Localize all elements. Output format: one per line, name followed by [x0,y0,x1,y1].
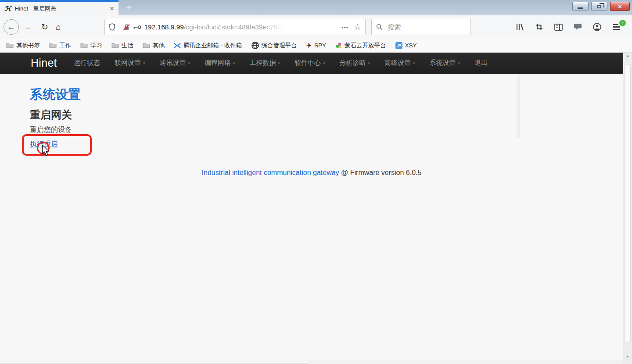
globe-icon [251,42,259,49]
site-nav-items: 运行状态 联网设置▾ 通讯设置▾ 编程网络▾ 工控数据▾ 软件中心▾ 分析诊断▾… [74,59,488,67]
menu-icon-bar [613,26,620,28]
bookmark-ezviz-platform[interactable]: 萤石云开放平台 [335,42,386,50]
menu-icon [613,24,618,25]
menu-button[interactable]: ↑ [613,22,623,32]
browser-tab[interactable]: ℋ Hinet - 重启网关 × [0,0,118,15]
folder-icon [111,43,119,48]
urlbar-separator [119,22,119,32]
reload-button[interactable]: ↻ [41,23,48,31]
tracking-shield-icon[interactable] [109,23,115,31]
toolbar-icon-group [515,22,602,32]
address-bar[interactable]: 192.168.9.99/cgi-bin/luci/;stok=489fe39e… [104,19,366,35]
ezviz-icon [335,42,342,49]
content-divider [517,75,520,138]
page-footer: Industrial intelligent communication gat… [0,169,623,177]
nav-item-label: 软件中心 [294,59,321,67]
folder-icon [49,43,57,48]
account-person-icon [593,23,601,31]
navigation-toolbar: ← → ↻ ⌂ 192.168.9.99/cgi-bin/luci/;stok=… [0,15,632,39]
bookmark-management-platform[interactable]: 综合管理平台 [251,42,297,50]
bookmark-tencent-mail[interactable]: 腾讯企业邮箱 - 收件箱 [174,42,242,50]
page-actions-icon[interactable]: ••• [341,25,348,30]
bookmark-folder-life[interactable]: 生活 [111,42,133,50]
vertical-scrollbar[interactable]: ▲ ▼ [623,53,632,364]
nav-item-running-status[interactable]: 运行状态 [74,59,100,67]
scroll-down-icon[interactable]: ▼ [623,353,632,360]
bookmark-label: 其他书签 [16,42,40,50]
search-icon [376,24,383,30]
chat-bubble-icon [574,23,582,31]
bookmark-label: 萤石云开放平台 [345,42,386,50]
insecure-lock-icon[interactable] [123,24,130,31]
new-tab-button[interactable]: + [121,2,137,15]
nav-item-logout[interactable]: 退出 [474,59,488,67]
nav-item-software-center[interactable]: 软件中心▾ [294,59,325,67]
minimize-button[interactable] [572,2,589,11]
bookmark-folder-study[interactable]: 学习 [80,42,102,50]
nav-item-system-settings[interactable]: 系统设置▾ [430,59,460,67]
bookmark-star-icon[interactable]: ☆ [354,22,361,32]
chat-extension-button[interactable] [573,22,582,32]
nav-item-label: 高级设置 [384,59,411,67]
chevron-down-icon: ▾ [413,61,415,65]
nav-item-label: 工控数据 [249,59,276,67]
horizontal-scrollbar[interactable] [0,360,623,364]
bookmark-spy[interactable]: ✈ SPY [306,42,327,50]
library-button[interactable] [515,22,524,32]
nav-item-analysis-diagnosis[interactable]: 分析诊断▾ [340,59,370,67]
chevron-down-icon: ▾ [143,61,145,65]
nav-item-comm-settings[interactable]: 通讯设置▾ [159,59,190,67]
page-content: Hinet 运行状态 联网设置▾ 通讯设置▾ 编程网络▾ 工控数据▾ 软件中心▾… [0,53,632,364]
bookmark-folder-other-bookmarks[interactable]: 其他书签 [6,42,40,50]
footer-firmware-version: @ Firmware version 6.0.5 [339,169,422,176]
home-button[interactable]: ⌂ [56,23,61,31]
blue-arrow-square-icon [395,42,402,49]
bookmark-xsy[interactable]: XSY [395,42,417,49]
restore-button[interactable] [591,2,607,11]
sidebar-icon [554,24,563,31]
bookmark-folder-work[interactable]: 工作 [49,42,71,50]
login-key-icon[interactable] [133,25,141,29]
bookmarks-toolbar: 其他书签 工作 学习 生活 其他 腾讯企业邮箱 - 收件箱 综合管理平台 ✈ S… [0,39,632,53]
account-button[interactable] [592,22,602,32]
chevron-down-icon: ▾ [233,61,235,65]
update-badge-icon: ↑ [619,20,626,26]
library-icon [516,23,524,31]
bookmark-label: 学习 [90,42,102,50]
jet-icon: ✈ [306,42,312,50]
search-input[interactable] [387,23,461,31]
nav-item-programming-network[interactable]: 编程网络▾ [205,59,235,67]
url-path[interactable]: /cgi-bin/luci/;stok=489fe39ec794f [184,23,283,31]
tab-close-icon[interactable]: × [110,5,114,12]
sidebar-button[interactable] [553,22,563,32]
folder-icon [143,43,150,48]
nav-item-network-settings[interactable]: 联网设置▾ [115,59,145,67]
bookmark-label: XSY [405,42,417,49]
horizontal-scrollbar-thumb[interactable] [0,361,308,364]
scroll-up-icon[interactable]: ▲ [623,53,632,60]
bookmark-label: 综合管理平台 [262,42,297,50]
restore-icon [597,5,601,8]
forward-button[interactable]: → [23,23,32,31]
page-description: 重启您的设备 [30,125,72,135]
minimize-icon [578,7,583,9]
page-title: 重启网关 [30,108,72,122]
back-button[interactable]: ← [4,19,19,35]
search-bar[interactable] [371,19,471,35]
url-host[interactable]: 192.168.9.99 [144,23,184,31]
nav-item-label: 运行状态 [74,59,100,67]
mouse-cursor-icon [42,145,50,157]
window-controls: × [572,2,630,11]
footer-gateway-link[interactable]: Industrial intelligent communication gat… [202,169,339,176]
brand-logo[interactable]: Hinet [31,57,57,69]
close-icon: × [618,3,622,10]
vertical-scrollbar-thumb[interactable] [624,64,631,343]
chevron-down-icon: ▾ [278,61,280,65]
bookmark-folder-misc[interactable]: 其他 [143,42,165,50]
bookmark-label: 生活 [122,42,133,50]
nav-item-industrial-data[interactable]: 工控数据▾ [249,59,280,67]
close-button[interactable]: × [610,2,630,11]
screenshot-button[interactable] [534,22,544,32]
nav-item-advanced-settings[interactable]: 高级设置▾ [384,59,415,67]
folder-icon [6,43,14,48]
